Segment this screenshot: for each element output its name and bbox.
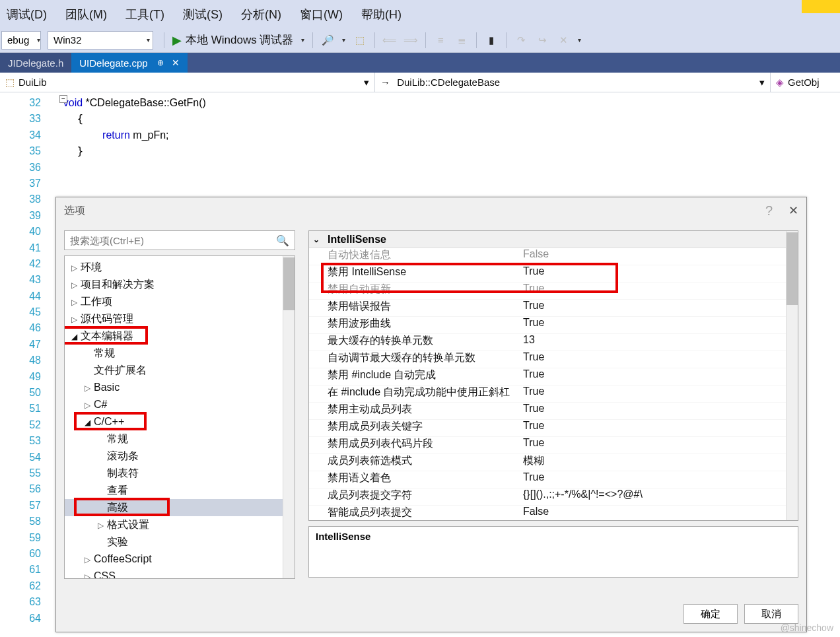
tree-item-[interactable]: 常规	[65, 430, 295, 448]
tree-item-[interactable]: ▷环境	[65, 259, 295, 276]
platform-dropdown[interactable]: Win32▾	[48, 31, 153, 50]
property-row[interactable]: 自动调节最大缓存的转换单元数True	[309, 351, 798, 368]
expand-closed-icon[interactable]: ▷	[98, 517, 107, 534]
property-value[interactable]: True	[520, 437, 798, 453]
search-icon[interactable]: 🔍	[276, 234, 289, 247]
tree-item-[interactable]: ▷格式设置	[65, 516, 295, 533]
expand-closed-icon[interactable]: ▷	[85, 551, 94, 568]
ok-button[interactable]: 确定	[683, 604, 738, 624]
property-value[interactable]: True	[520, 317, 798, 333]
expand-closed-icon[interactable]: ▷	[71, 277, 81, 294]
property-row[interactable]: 禁用错误报告True	[309, 300, 798, 317]
debugger-button[interactable]: 本地 Windows 调试器	[186, 32, 293, 48]
indent2-icon[interactable]: ≣	[455, 34, 468, 47]
tree-item-c[interactable]: ▷C#	[65, 396, 295, 413]
property-row[interactable]: 禁用语义着色True	[309, 471, 798, 488]
menu-analyze[interactable]: 分析(N)	[241, 7, 281, 22]
property-value[interactable]: True	[520, 351, 798, 368]
property-grid[interactable]: ⌄ IntelliSense 自动快速信息False禁用 IntelliSens…	[308, 230, 798, 521]
property-value[interactable]: True	[520, 386, 798, 402]
property-value[interactable]: True	[520, 368, 798, 385]
tree-item-coffeescript[interactable]: ▷CoffeeScript	[65, 551, 295, 568]
tab-uidelegate-cpp[interactable]: UIDelegate.cpp ⊕ ✕	[71, 53, 187, 73]
expand-closed-icon[interactable]: ▷	[85, 568, 94, 579]
expand-open-icon[interactable]: ◢	[71, 328, 81, 345]
property-value[interactable]: 13	[520, 334, 798, 351]
tree-item-basic[interactable]: ▷Basic	[65, 379, 295, 396]
property-row[interactable]: 禁用成员列表代码片段True	[309, 437, 798, 454]
property-row[interactable]: 禁用自动更新True	[309, 283, 798, 300]
help-icon[interactable]: ?	[765, 203, 773, 218]
caret-down-icon[interactable]: ▾	[342, 36, 345, 44]
property-row[interactable]: 禁用成员列表关键字True	[309, 420, 798, 437]
tree-scrollbar[interactable]	[283, 256, 295, 578]
menu-window[interactable]: 窗口(W)	[300, 7, 343, 22]
grid-scrollbar[interactable]	[786, 231, 798, 520]
tree-item-[interactable]: 实验	[65, 533, 295, 551]
uncomment-icon[interactable]: ⟹	[404, 34, 417, 47]
property-row[interactable]: 在 #include 自动完成功能中使用正斜杠True	[309, 386, 798, 403]
tree-item-[interactable]: 文件扩展名	[65, 362, 295, 379]
property-value[interactable]: True	[520, 265, 798, 282]
property-value[interactable]: 模糊	[520, 454, 798, 471]
property-row[interactable]: 禁用 #include 自动完成True	[309, 368, 798, 386]
tree-item-[interactable]: ▷源代码管理	[65, 310, 295, 327]
close-icon[interactable]: ✕	[172, 57, 180, 68]
expand-closed-icon[interactable]: ▷	[71, 294, 81, 311]
tree-item-[interactable]: 制表符	[65, 465, 295, 482]
outdent-icon[interactable]: ≡	[434, 34, 447, 47]
property-value[interactable]: False	[520, 506, 798, 521]
tree-item-cc[interactable]: ◢C/C++	[65, 413, 295, 430]
property-value[interactable]: True	[520, 283, 798, 299]
tree-item-css[interactable]: ▷CSS	[65, 568, 295, 579]
property-value[interactable]: True	[520, 420, 798, 436]
property-row[interactable]: 禁用 IntelliSenseTrue	[309, 265, 798, 283]
menu-team[interactable]: 团队(M)	[65, 7, 107, 22]
caret-down-icon[interactable]: ▾	[301, 36, 304, 44]
scope-dropdown[interactable]: ⬚DuiLib ▾	[0, 73, 375, 92]
chevron-down-icon[interactable]: ⌄	[313, 235, 320, 244]
property-row[interactable]: 成员列表筛选模式模糊	[309, 454, 798, 471]
indent-icon[interactable]: ⬚	[353, 34, 367, 47]
menu-help[interactable]: 帮助(H)	[361, 7, 402, 22]
expand-closed-icon[interactable]: ▷	[71, 259, 81, 277]
options-tree[interactable]: ▷环境▷项目和解决方案▷工作项▷源代码管理◢文本编辑器常规文件扩展名▷Basic…	[64, 255, 295, 579]
property-value[interactable]: {}[]().,:;+-*/%&|^!=<>?@#\	[520, 488, 798, 505]
member-dropdown[interactable]: ◈GetObj	[771, 73, 840, 92]
menu-debug[interactable]: 调试(D)	[7, 7, 47, 22]
tree-item-[interactable]: 查看	[65, 482, 295, 499]
tree-item-[interactable]: ◢文本编辑器	[65, 327, 295, 345]
property-category-header[interactable]: ⌄ IntelliSense	[309, 231, 798, 248]
property-row[interactable]: 最大缓存的转换单元数13	[309, 334, 798, 351]
tab-uidelegate-h[interactable]: JIDelegate.h	[0, 53, 71, 73]
find-icon[interactable]: 🔎	[321, 34, 334, 47]
expand-open-icon[interactable]: ◢	[85, 414, 94, 431]
property-value[interactable]: True	[520, 403, 798, 419]
play-icon[interactable]: ▶	[172, 33, 182, 48]
class-dropdown[interactable]: → DuiLib::CDelegateBase ▾	[375, 73, 771, 92]
property-value[interactable]: False	[520, 248, 798, 265]
fold-toggle-icon[interactable]: −	[59, 95, 67, 103]
caret-down-icon[interactable]: ▾	[578, 36, 581, 44]
step-in-icon[interactable]: ✕	[557, 34, 570, 47]
property-row[interactable]: 智能成员列表提交False	[309, 506, 798, 521]
tree-item-[interactable]: 高级	[65, 499, 295, 516]
expand-closed-icon[interactable]: ▷	[71, 311, 81, 328]
comment-icon[interactable]: ⟸	[383, 34, 396, 47]
property-row[interactable]: 禁用波形曲线True	[309, 317, 798, 334]
property-value[interactable]: True	[520, 471, 798, 488]
tree-item-[interactable]: 滚动条	[65, 448, 295, 465]
close-icon[interactable]: ✕	[788, 203, 798, 218]
property-row[interactable]: 成员列表提交字符{}[]().,:;+-*/%&|^!=<>?@#\	[309, 488, 798, 506]
tree-item-[interactable]: ▷工作项	[65, 293, 295, 310]
menu-test[interactable]: 测试(S)	[183, 7, 223, 22]
tree-item-[interactable]: 常规	[65, 345, 295, 362]
search-field[interactable]	[70, 235, 295, 246]
cancel-button[interactable]: 取消	[744, 604, 798, 624]
configuration-dropdown[interactable]: ebug▾	[1, 31, 41, 50]
menu-tools[interactable]: 工具(T)	[125, 7, 164, 22]
bookmark-icon[interactable]: ▮	[485, 34, 498, 47]
step-out-icon[interactable]: ↷	[514, 34, 528, 47]
expand-closed-icon[interactable]: ▷	[85, 380, 94, 397]
property-row[interactable]: 自动快速信息False	[309, 248, 798, 265]
